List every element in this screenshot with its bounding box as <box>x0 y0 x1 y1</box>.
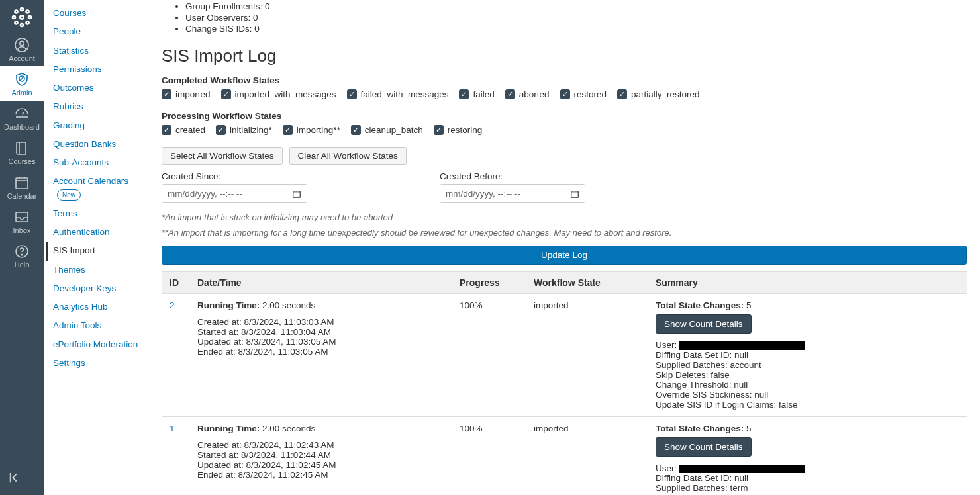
chk-initializing[interactable]: ✓initializing* <box>216 125 272 135</box>
svg-point-7 <box>15 22 17 24</box>
footnote-initializing: *An import that is stuck on intializing … <box>162 212 967 222</box>
checkbox-checked-icon: ✓ <box>162 125 172 135</box>
checkbox-checked-icon: ✓ <box>216 125 226 135</box>
sidebar-item-people[interactable]: People <box>53 22 155 41</box>
log-table-header: ID Date/Time Progress Workflow State Sum… <box>162 271 967 294</box>
chk-imported-with-messages[interactable]: ✓imported_with_messages <box>221 89 336 99</box>
header-summary: Summary <box>656 277 963 288</box>
checkbox-checked-icon: ✓ <box>351 125 361 135</box>
user-label: User: <box>656 340 677 350</box>
chk-importing[interactable]: ✓importing** <box>283 125 340 135</box>
started-at: Started at: 8/3/2024, 11:02:44 AM <box>197 450 460 460</box>
sidebar-item-account-calendars[interactable]: Account Calendars New <box>53 172 155 204</box>
header-progress: Progress <box>460 277 534 288</box>
created-before-input[interactable]: mm/dd/yyyy, --:-- -- <box>440 184 585 203</box>
book-icon <box>14 140 30 156</box>
svg-point-2 <box>21 24 23 26</box>
nav-admin-label: Admin <box>11 89 32 97</box>
nav-calendar-label: Calendar <box>7 192 37 200</box>
svg-rect-20 <box>16 212 28 222</box>
main-content: Group Enrollments: 0 User Observers: 0 C… <box>155 0 980 495</box>
sidebar-item-rubrics[interactable]: Rubrics <box>53 97 155 116</box>
chk-created[interactable]: ✓created <box>162 125 205 135</box>
sidebar-item-themes[interactable]: Themes <box>53 261 155 279</box>
sidebar-item-permissions[interactable]: Permissions <box>53 60 155 79</box>
show-count-details-button[interactable]: Show Count Details <box>656 314 752 334</box>
checkbox-checked-icon: ✓ <box>347 89 357 99</box>
workflow-state-value: imported <box>534 300 656 310</box>
user-label: User: <box>656 463 677 473</box>
summary-bullets: Group Enrollments: 0 User Observers: 0 C… <box>185 0 967 35</box>
svg-rect-16 <box>16 178 28 189</box>
sidebar-item-courses[interactable]: Courses <box>53 4 155 22</box>
sidebar-item-admin-tools[interactable]: Admin Tools <box>53 316 155 335</box>
chk-restored[interactable]: ✓restored <box>560 89 607 99</box>
clear-all-button[interactable]: Clear All Workflow States <box>289 147 407 165</box>
sidebar-item-sis-import[interactable]: SIS Import <box>46 242 155 260</box>
workflow-state-value: imported <box>534 424 656 433</box>
sidebar-item-question-banks[interactable]: Question Banks <box>53 135 155 154</box>
ended-at: Ended at: 8/3/2024, 11:03:05 AM <box>197 347 460 357</box>
chk-restoring[interactable]: ✓restoring <box>434 125 483 135</box>
checkbox-checked-icon: ✓ <box>560 89 570 99</box>
checkbox-checked-icon: ✓ <box>459 89 469 99</box>
sidebar-item-label: Account Calendars <box>53 176 128 186</box>
svg-point-0 <box>20 15 23 19</box>
sidebar-item-analytics-hub[interactable]: Analytics Hub <box>53 298 155 316</box>
checkbox-checked-icon: ✓ <box>283 125 293 135</box>
sidebar-item-terms[interactable]: Terms <box>53 204 155 223</box>
sidebar-item-eportfolio[interactable]: ePortfolio Moderation <box>53 336 155 354</box>
checkbox-checked-icon: ✓ <box>505 89 515 99</box>
collapse-nav-button[interactable] <box>0 464 44 495</box>
chk-cleanup-batch[interactable]: ✓cleanup_batch <box>351 125 423 135</box>
created-since-input[interactable]: mm/dd/yyyy, --:-- -- <box>162 184 307 203</box>
svg-line-13 <box>22 112 24 114</box>
log-row-id-link[interactable]: 2 <box>166 300 197 310</box>
log-table-body[interactable]: 2 Running Time: 2.00 seconds Created at:… <box>162 294 967 495</box>
nav-dashboard-label: Dashboard <box>4 123 40 131</box>
sidebar-item-settings[interactable]: Settings <box>53 354 155 373</box>
created-at: Created at: 8/3/2024, 11:03:03 AM <box>197 317 460 327</box>
svg-point-3 <box>13 16 15 19</box>
svg-point-5 <box>15 10 17 13</box>
checkbox-checked-icon: ✓ <box>221 89 231 99</box>
chk-failed-with-messages[interactable]: ✓failed_with_messages <box>347 89 449 99</box>
chk-aborted[interactable]: ✓aborted <box>505 89 550 99</box>
checkbox-checked-icon: ✓ <box>434 125 444 135</box>
nav-help[interactable]: Help <box>0 238 44 273</box>
select-all-button[interactable]: Select All Workflow States <box>162 147 283 165</box>
bullet-change-sis-ids: Change SIS IDs: 0 <box>185 24 967 34</box>
sidebar-item-statistics[interactable]: Statistics <box>53 42 155 60</box>
header-id: ID <box>166 277 197 288</box>
created-at: Created at: 8/3/2024, 11:02:43 AM <box>197 440 460 450</box>
log-row-id-link[interactable]: 1 <box>166 424 197 433</box>
chk-imported[interactable]: ✓imported <box>162 89 211 99</box>
chk-failed[interactable]: ✓failed <box>459 89 494 99</box>
sidebar-item-authentication[interactable]: Authentication <box>53 223 155 242</box>
nav-admin[interactable]: Admin <box>0 66 44 101</box>
updated-at: Updated at: 8/3/2024, 11:02:45 AM <box>197 460 460 470</box>
chk-partially-restored[interactable]: ✓partially_restored <box>617 89 700 99</box>
sidebar-item-developer-keys[interactable]: Developer Keys <box>53 279 155 298</box>
nav-inbox[interactable]: Inbox <box>0 204 44 238</box>
header-datetime: Date/Time <box>197 277 460 288</box>
bullet-group-enrollments: Group Enrollments: 0 <box>185 1 967 11</box>
new-badge: New <box>57 189 81 201</box>
sidebar-item-outcomes[interactable]: Outcomes <box>53 79 155 97</box>
user-value-redacted <box>679 465 805 473</box>
svg-point-22 <box>21 254 23 255</box>
sidebar-item-grading[interactable]: Grading <box>53 116 155 135</box>
nav-calendar[interactable]: Calendar <box>0 169 44 204</box>
checkbox-checked-icon: ✓ <box>162 89 172 99</box>
nav-dashboard[interactable]: Dashboard <box>0 101 44 135</box>
update-log-button[interactable]: Update Log <box>162 246 967 265</box>
footnote-importing: **An import that is importing for a long… <box>162 228 967 238</box>
svg-point-8 <box>26 22 29 24</box>
show-count-details-button[interactable]: Show Count Details <box>656 437 752 457</box>
sidebar-item-sub-accounts[interactable]: Sub-Accounts <box>53 154 155 172</box>
calendar-picker-icon <box>292 189 301 199</box>
nav-courses[interactable]: Courses <box>0 135 44 169</box>
completed-states-label: Completed Workflow States <box>162 75 967 85</box>
shield-no-icon <box>14 71 30 87</box>
nav-account[interactable]: Account <box>0 32 44 66</box>
